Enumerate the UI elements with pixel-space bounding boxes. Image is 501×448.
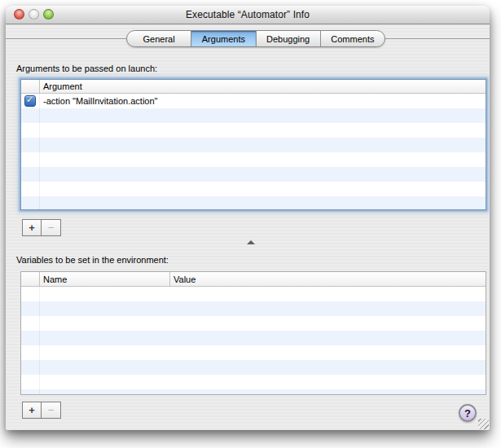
arguments-table[interactable]: Argument -action "MailInvitation.action": [20, 79, 486, 210]
column-header-name[interactable]: Name: [43, 272, 67, 286]
variables-button-group: + −: [22, 402, 61, 419]
arguments-table-header[interactable]: Argument: [21, 80, 486, 94]
variables-table-header[interactable]: Name Value: [21, 272, 486, 287]
arguments-button-group: + −: [22, 219, 61, 236]
window-title: Executable “Automator” Info: [6, 9, 490, 20]
variables-section-label: Variables to be set in the environment:: [16, 255, 169, 265]
variables-table[interactable]: Name Value: [20, 271, 486, 395]
column-separator: [39, 272, 40, 286]
table-row[interactable]: -action "MailInvitation.action": [21, 94, 486, 108]
arguments-section-label: Arguments to be passed on launch:: [16, 64, 157, 73]
column-separator: [169, 272, 170, 286]
add-variable-button[interactable]: +: [22, 402, 42, 419]
tab-comments[interactable]: Comments: [321, 31, 385, 46]
help-button[interactable]: ?: [459, 404, 477, 422]
arguments-table-body[interactable]: -action "MailInvitation.action": [21, 94, 486, 209]
checkbox-column-line: [39, 94, 40, 209]
tab-arguments[interactable]: Arguments: [191, 31, 256, 46]
argument-cell[interactable]: -action "MailInvitation.action": [43, 94, 158, 108]
tab-bar: General Arguments Debugging Comments: [126, 30, 385, 47]
checkbox-column-line: [39, 287, 40, 394]
column-header-argument[interactable]: Argument: [43, 80, 82, 93]
variables-table-body[interactable]: [21, 287, 486, 394]
executable-info-window: Executable “Automator” Info General Argu…: [6, 6, 490, 430]
tab-general[interactable]: General: [127, 31, 191, 46]
add-argument-button[interactable]: +: [22, 219, 42, 236]
remove-argument-button[interactable]: −: [42, 219, 61, 236]
column-separator: [39, 80, 40, 93]
tab-debugging[interactable]: Debugging: [257, 31, 321, 46]
collapse-chevron-icon[interactable]: [247, 240, 255, 244]
argument-enabled-checkbox[interactable]: [24, 95, 36, 107]
titlebar[interactable]: Executable “Automator” Info: [6, 6, 490, 24]
resize-grip[interactable]: [478, 419, 489, 429]
remove-variable-button[interactable]: −: [42, 402, 61, 419]
column-header-value[interactable]: Value: [174, 272, 196, 286]
